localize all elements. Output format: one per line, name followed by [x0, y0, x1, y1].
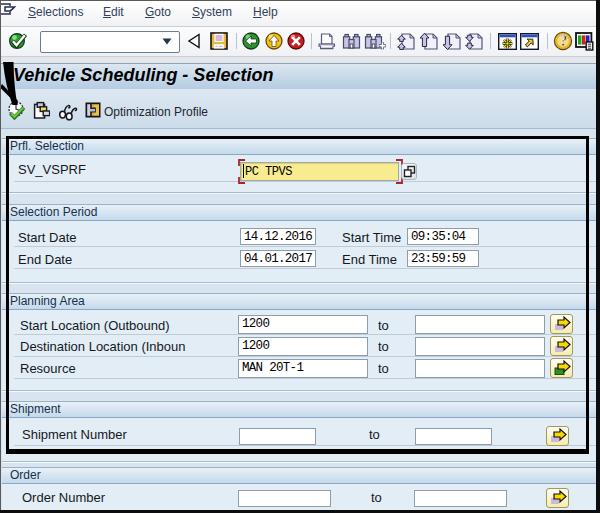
svg-text:?: ? — [560, 32, 568, 49]
